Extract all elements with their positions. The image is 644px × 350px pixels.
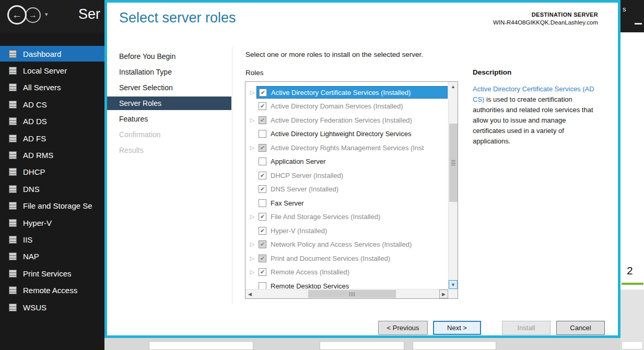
right-lower-panel bbox=[620, 289, 644, 350]
scroll-up-button[interactable]: ▲ bbox=[449, 82, 458, 91]
role-row[interactable]: ▷✔Active Directory Certificate Services … bbox=[245, 86, 448, 100]
scroll-down-icon: ▼ bbox=[451, 282, 455, 287]
role-label: Network Policy and Access Services (Inst… bbox=[271, 240, 412, 248]
horizontal-scrollbar-thumb[interactable] bbox=[308, 290, 396, 298]
role-checkbox[interactable]: ✔ bbox=[259, 255, 266, 262]
sidebar-item-local-server[interactable]: Local Server bbox=[0, 63, 104, 78]
cancel-button[interactable]: Cancel bbox=[556, 321, 605, 335]
role-label: Active Directory Certificate Services (I… bbox=[271, 89, 411, 96]
vertical-scrollbar[interactable]: ▲ ▼ bbox=[448, 82, 458, 289]
sidebar-item-nap[interactable]: NAP bbox=[0, 249, 104, 264]
back-button[interactable]: ← bbox=[7, 5, 27, 25]
role-checkbox[interactable]: ✔ bbox=[259, 213, 266, 221]
forward-dropdown-caret[interactable]: ▾ bbox=[45, 11, 48, 18]
role-checkbox[interactable]: ✔ bbox=[259, 116, 266, 124]
sidebar-item-dashboard[interactable]: Dashboard bbox=[0, 46, 104, 62]
sidebar-item-label: Dashboard bbox=[23, 50, 61, 58]
expander-icon[interactable]: ▷ bbox=[248, 213, 256, 220]
expander-icon[interactable]: ▷ bbox=[248, 117, 256, 124]
role-label: Remote Desktop Services bbox=[271, 282, 349, 289]
destination-server-block: DESTINATION SERVER WIN-R44O8GIKKQK.DeanL… bbox=[493, 11, 598, 26]
role-row[interactable]: ▷✔Network Policy and Access Services (In… bbox=[245, 238, 448, 252]
sidebar-item-hyper-v[interactable]: Hyper-V bbox=[0, 215, 104, 231]
role-row[interactable]: ▷✔Remote Access (Installed) bbox=[245, 265, 448, 280]
sidebar-item-file-and-storage-se[interactable]: File and Storage Se bbox=[0, 198, 104, 214]
sidebar-item-all-servers[interactable]: All Servers bbox=[0, 80, 104, 95]
sidebar-item-ad-fs[interactable]: AD FS bbox=[0, 130, 104, 146]
scroll-right-button[interactable]: ▶ bbox=[439, 289, 448, 298]
sidebar-item-print-services[interactable]: Print Services bbox=[0, 265, 104, 281]
horizontal-scrollbar[interactable]: ◀ ▶ bbox=[245, 289, 448, 298]
forward-button[interactable]: → bbox=[25, 7, 41, 23]
expander-icon[interactable]: ▷ bbox=[248, 269, 256, 275]
role-checkbox[interactable]: ✔ bbox=[259, 102, 266, 110]
role-checkbox[interactable]: ✔ bbox=[259, 144, 266, 152]
ad-ds-icon bbox=[9, 117, 17, 125]
role-label: Fax Server bbox=[271, 199, 304, 207]
sidebar-item-remote-access[interactable]: Remote Access bbox=[0, 283, 104, 298]
role-checkbox[interactable]: ✔ bbox=[259, 172, 266, 179]
sidebar-item-dns[interactable]: DNS bbox=[0, 181, 104, 197]
previous-button[interactable]: < Previous bbox=[378, 321, 428, 335]
role-checkbox[interactable]: ✔ bbox=[259, 227, 266, 235]
role-row[interactable]: ✔Active Directory Domain Services (Insta… bbox=[245, 100, 448, 114]
wizard-nav-server-selection[interactable]: Server Selection bbox=[107, 81, 231, 94]
wizard-nav-results: Results bbox=[107, 143, 231, 157]
sidebar-item-ad-cs[interactable]: AD CS bbox=[0, 96, 104, 112]
role-row[interactable]: ▷✔Print and Document Services (Installed… bbox=[245, 251, 448, 265]
ad-rms-icon bbox=[9, 151, 17, 159]
sidebar-item-ad-rms[interactable]: AD RMS bbox=[0, 147, 104, 163]
role-checkbox[interactable] bbox=[259, 158, 266, 165]
role-checkbox[interactable]: ✔ bbox=[259, 185, 266, 193]
dns-icon bbox=[9, 185, 17, 193]
role-row[interactable]: Active Directory Lightweight Directory S… bbox=[245, 127, 448, 141]
expander-icon[interactable]: ▷ bbox=[248, 144, 256, 151]
role-checkbox[interactable] bbox=[259, 130, 266, 138]
vertical-scrollbar-thumb[interactable] bbox=[449, 124, 458, 202]
sidebar-item-wsus[interactable]: WSUS bbox=[0, 299, 104, 315]
role-row[interactable]: ▷✔Active Directory Rights Management Ser… bbox=[245, 141, 448, 155]
wizard-nav-confirmation: Confirmation bbox=[107, 128, 231, 141]
sidebar-item-label: DNS bbox=[23, 185, 40, 194]
ad-fs-icon bbox=[9, 135, 17, 142]
sidebar-item-label: AD DS bbox=[23, 117, 47, 126]
sidebar-item-ad-ds[interactable]: AD DS bbox=[0, 114, 104, 129]
role-checkbox[interactable]: ✔ bbox=[259, 240, 266, 248]
scroll-down-button[interactable]: ▼ bbox=[449, 280, 458, 289]
role-checkbox[interactable] bbox=[259, 199, 266, 207]
sidebar-item-label: All Servers bbox=[23, 83, 61, 92]
role-row[interactable]: ▷✔File And Storage Services (Installed) bbox=[245, 210, 448, 224]
thumb-grip-icon bbox=[349, 292, 355, 296]
role-checkbox[interactable]: ✔ bbox=[259, 268, 266, 276]
role-label: DHCP Server (Installed) bbox=[271, 172, 343, 179]
all-servers-icon bbox=[9, 83, 17, 91]
sidebar-item-iis[interactable]: IIS bbox=[0, 232, 104, 247]
role-row[interactable]: ✔DHCP Server (Installed) bbox=[245, 168, 448, 183]
sidebar-item-dhcp[interactable]: DHCP bbox=[0, 164, 104, 180]
wizard-nav-installation-type[interactable]: Installation Type bbox=[107, 65, 231, 79]
expander-icon[interactable]: ▷ bbox=[248, 89, 256, 96]
background-tile bbox=[320, 341, 404, 350]
dashboard-tile-count: 2 bbox=[627, 264, 633, 277]
next-button[interactable]: Next > bbox=[433, 321, 481, 335]
role-row[interactable]: Fax Server bbox=[245, 196, 448, 210]
role-row[interactable]: ✔DNS Server (Installed) bbox=[245, 183, 448, 197]
wizard-nav-features[interactable]: Features bbox=[107, 112, 231, 126]
nap-icon bbox=[9, 252, 17, 260]
role-checkbox[interactable] bbox=[259, 282, 266, 289]
role-row[interactable]: Remote Desktop Services bbox=[245, 279, 448, 289]
role-label: Active Directory Federation Services (In… bbox=[271, 116, 412, 124]
expander-icon[interactable]: ▷ bbox=[248, 255, 256, 262]
wizard-nav-server-roles[interactable]: Server Roles bbox=[107, 96, 231, 110]
background-tile bbox=[413, 341, 496, 350]
sidebar-item-label: NAP bbox=[23, 252, 39, 261]
role-row[interactable]: ✔Hyper-V (Installed) bbox=[245, 224, 448, 238]
dhcp-icon bbox=[9, 168, 17, 176]
scroll-left-button[interactable]: ◀ bbox=[245, 289, 254, 298]
wizard-nav-before-you-begin[interactable]: Before You Begin bbox=[107, 50, 231, 63]
destination-server-label: DESTINATION SERVER bbox=[493, 11, 598, 18]
role-checkbox[interactable]: ✔ bbox=[259, 89, 267, 96]
role-row[interactable]: Application Server bbox=[245, 155, 448, 169]
role-row[interactable]: ▷✔Active Directory Federation Services (… bbox=[245, 113, 448, 127]
expander-icon[interactable]: ▷ bbox=[248, 241, 256, 248]
